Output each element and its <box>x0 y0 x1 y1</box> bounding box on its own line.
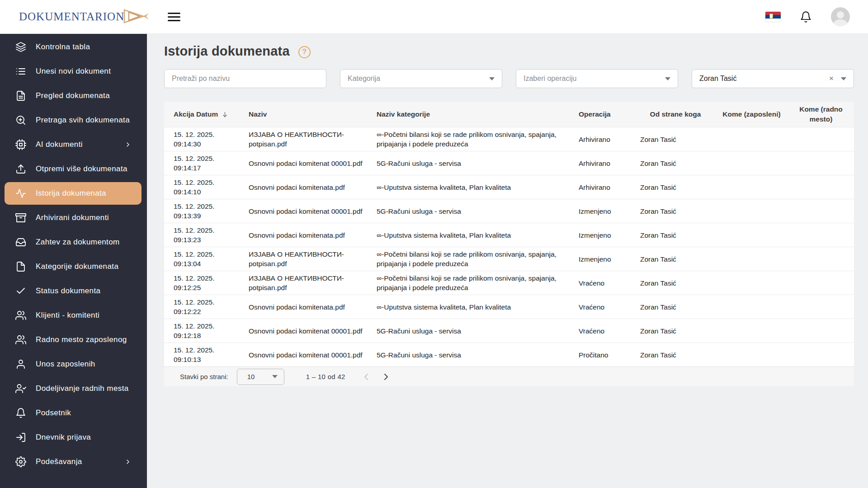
cell-kategorija: 5G-Računi usluga - servisa <box>377 348 579 362</box>
person-select-value: Zoran Tasić <box>699 75 736 83</box>
sidebar-item-radno-mesto-zaposlenog[interactable]: Radno mesto zaposlenog <box>0 328 147 352</box>
sidebar-item-label: Unos zaposlenih <box>36 360 95 369</box>
sidebar-item-label: Status dokumenta <box>36 286 100 296</box>
table-row[interactable]: 15. 12. 2025. 09:13:39 Osnovni podaci ko… <box>164 199 854 223</box>
table-row[interactable]: 15. 12. 2025. 09:12:22 Osnovni podaci ko… <box>164 295 854 319</box>
sidebar-item-podsetnik[interactable]: Podsetnik <box>0 401 147 425</box>
cell-naziv: Osnovni podaci komitenata.pdf <box>249 300 377 314</box>
search-by-name-field[interactable] <box>164 69 326 88</box>
cell-kategorija: ∞-Početni bilansi koji se rade prilikom … <box>377 247 579 271</box>
table-row[interactable]: 15. 12. 2025. 09:13:23 Osnovni podaci ko… <box>164 223 854 247</box>
cell-od-strane-koga: Zoran Tasić <box>640 204 715 218</box>
history-table: Akcija Datum Naziv Naziv kategorije Oper… <box>164 102 854 386</box>
cell-kome-radno-mesto <box>793 257 854 261</box>
sidebar-item-unesi-novi-dokument[interactable]: Unesi novi dokument <box>0 59 147 84</box>
sidebar-item-otpremi-vi-e-dokumenata[interactable]: Otpremi više dokumenata <box>0 157 147 181</box>
upload-icon <box>15 164 26 174</box>
table-row[interactable]: 15. 12. 2025. 09:14:30 ИЗЈАВА О НЕАКТИВН… <box>164 127 854 151</box>
cell-date: 15. 12. 2025. <box>174 225 242 235</box>
sidebar-item-istorija-dokumenata[interactable]: Istorija dokumenata <box>5 182 142 205</box>
sort-descending-icon[interactable] <box>222 111 228 118</box>
cell-operacija: Arhivirano <box>579 132 640 146</box>
sidebar-item-dodeljivanje-radnih-mesta[interactable]: Dodeljivanje radnih mesta <box>0 376 147 401</box>
sidebar-item-unos-zaposlenih[interactable]: Unos zaposlenih <box>0 352 147 376</box>
cell-kategorija: ∞-Početni bilansi koji se rade prilikom … <box>377 271 579 295</box>
help-icon[interactable]: ? <box>298 46 311 58</box>
sidebar-item-label: Podsetnik <box>36 408 71 418</box>
sidebar-item-kategorije-dokumenata[interactable]: Kategorije dokumenata <box>0 254 147 279</box>
sidebar-item-pode-avanja[interactable]: Podešavanja <box>0 450 147 474</box>
category-select[interactable]: Kategorija <box>340 69 502 88</box>
table-row[interactable]: 15. 12. 2025. 09:14:17 Osnovni podaci ko… <box>164 151 854 175</box>
cell-naziv: Osnovni podaci komitenat 00001.pdf <box>249 348 377 362</box>
table-row[interactable]: 15. 12. 2025. 09:13:04 ИЗЈАВА О НЕАКТИВН… <box>164 247 854 271</box>
cell-operacija: Vraćeno <box>579 300 640 314</box>
cell-od-strane-koga: Zoran Tasić <box>640 180 715 194</box>
column-header-kome-zaposleni[interactable]: Kome (zaposleni) <box>715 107 793 122</box>
cell-kategorija: ∞-Uputstva sistema kvaliteta, Plan kvali… <box>377 180 579 194</box>
cell-kome-radno-mesto <box>793 281 854 285</box>
cell-date: 15. 12. 2025. <box>174 345 242 355</box>
cell-kome-radno-mesto <box>793 185 854 189</box>
cell-date: 15. 12. 2025. <box>174 249 242 259</box>
cell-kategorija: ∞-Uputstva sistema kvaliteta, Plan kvali… <box>377 300 579 314</box>
bell-icon <box>15 408 26 418</box>
sidebar-item-dnevnik-prijava[interactable]: Dnevnik prijava <box>0 425 147 450</box>
cell-naziv: Osnovni podaci komitenat 00001.pdf <box>249 324 377 338</box>
sidebar-item-zahtev-za-dokumentom[interactable]: Zahtev za dokumentom <box>0 230 147 254</box>
cell-operacija: Pročitano <box>579 348 640 362</box>
operation-select[interactable]: Izaberi operaciju <box>516 69 678 88</box>
next-page-button[interactable] <box>381 371 392 382</box>
table-row[interactable]: 15. 12. 2025. 09:12:18 Osnovni podaci ko… <box>164 319 854 343</box>
column-header-operacija[interactable]: Operacija <box>579 107 640 122</box>
sidebar-item-label: Podešavanja <box>36 457 82 466</box>
cell-date: 15. 12. 2025. <box>174 321 242 331</box>
search-input[interactable] <box>172 75 319 83</box>
cell-kome-zaposleni <box>715 185 793 189</box>
table-row[interactable]: 15. 12. 2025. 09:10:13 Osnovni podaci ko… <box>164 343 854 366</box>
cell-time: 09:13:04 <box>174 259 242 268</box>
clear-selection-icon[interactable]: × <box>829 74 834 83</box>
column-header-naziv-kategorije[interactable]: Naziv kategorije <box>377 107 579 122</box>
logo-arrow-icon <box>123 7 151 27</box>
log-in-icon <box>15 432 26 443</box>
filters-bar: Kategorija Izaberi operaciju Zoran Tasić… <box>164 69 854 88</box>
user-avatar[interactable] <box>831 7 850 26</box>
cell-od-strane-koga: Zoran Tasić <box>640 228 715 242</box>
cell-kome-radno-mesto <box>793 233 854 237</box>
table-row[interactable]: 15. 12. 2025. 09:14:10 Osnovni podaci ko… <box>164 175 854 199</box>
table-footer: Stavki po strani: 10 1 – 10 od 42 <box>164 366 854 386</box>
sidebar-item-arhivirani-dokumenti[interactable]: Arhivirani dokumenti <box>0 206 147 230</box>
sidebar-item-klijenti-komitenti[interactable]: Klijenti - komitenti <box>0 303 147 328</box>
users-icon <box>15 310 26 321</box>
cell-kome-radno-mesto <box>793 305 854 309</box>
language-flag-serbia[interactable] <box>765 12 781 22</box>
table-row[interactable]: 15. 12. 2025. 09:12:25 ИЗЈАВА О НЕАКТИВН… <box>164 271 854 295</box>
cell-date: 15. 12. 2025. <box>174 297 242 307</box>
person-select[interactable]: Zoran Tasić × <box>692 69 854 88</box>
menu-toggle-button[interactable] <box>168 11 181 22</box>
cell-kome-zaposleni <box>715 137 793 141</box>
cell-time: 09:12:22 <box>174 307 242 316</box>
check-icon <box>15 286 26 296</box>
sidebar-item-kontrolna-tabla[interactable]: Kontrolna tabla <box>0 35 147 59</box>
sidebar-item-ai-dokumenti[interactable]: AI dokumenti <box>0 132 147 157</box>
sidebar-item-status-dokumenta[interactable]: Status dokumenta <box>0 279 147 303</box>
app-logo[interactable]: DOKUMENTARION <box>0 6 147 27</box>
cell-kome-radno-mesto <box>793 137 854 141</box>
notifications-bell-icon[interactable] <box>800 11 812 23</box>
column-header-akcija-datum[interactable]: Akcija Datum <box>164 107 249 122</box>
items-per-page-select[interactable]: 10 <box>237 369 284 385</box>
column-header-od-strane-koga[interactable]: Od strane koga <box>640 107 715 122</box>
previous-page-button[interactable] <box>361 371 372 382</box>
cell-time: 09:10:13 <box>174 355 242 364</box>
sidebar-item-label: AI dokumenti <box>36 140 83 149</box>
file-icon <box>15 261 26 272</box>
column-header-kome-radno-mesto[interactable]: Kome (radno mesto) <box>793 102 854 127</box>
cell-od-strane-koga: Zoran Tasić <box>640 156 715 170</box>
cell-naziv: Osnovni podaci komitenat 00001.pdf <box>249 204 377 218</box>
cell-naziv: ИЗЈАВА О НЕАКТИВНОСТИ-potpisan.pdf <box>249 247 377 271</box>
column-header-naziv[interactable]: Naziv <box>249 107 377 122</box>
sidebar-item-pregled-dokumenata[interactable]: Pregled dokumenata <box>0 84 147 108</box>
sidebar-item-pretraga-svih-dokumenata[interactable]: Pretraga svih dokumenata <box>0 108 147 132</box>
